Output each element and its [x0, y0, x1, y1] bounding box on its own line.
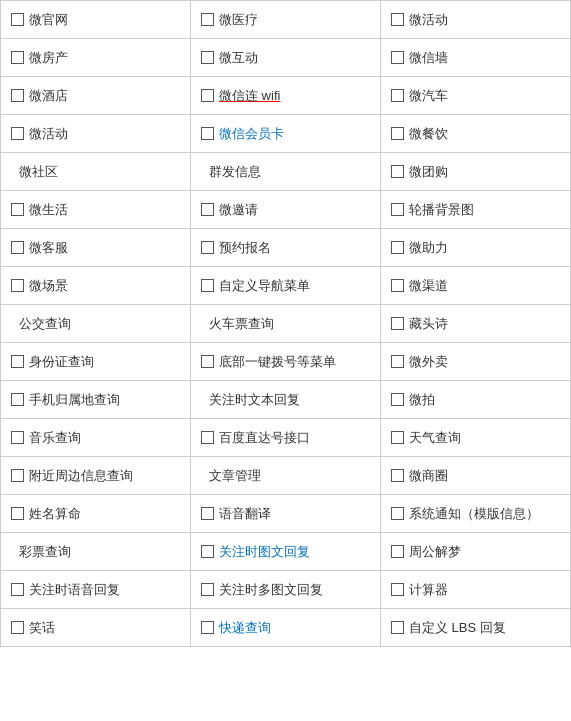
checkbox-icon[interactable] — [391, 89, 404, 102]
checkbox-icon[interactable] — [11, 279, 24, 292]
checkbox-icon[interactable] — [11, 89, 24, 102]
table-row: 微官网 — [1, 1, 191, 39]
checkbox-icon[interactable] — [201, 89, 214, 102]
cell-label: 关注时语音回复 — [29, 581, 120, 599]
checkbox-icon[interactable] — [11, 203, 24, 216]
cell-label: 轮播背景图 — [409, 201, 474, 219]
checkbox-icon[interactable] — [201, 431, 214, 444]
checkbox-icon[interactable] — [201, 13, 214, 26]
table-row: 附近周边信息查询 — [1, 457, 191, 495]
table-row: 公交查询 — [1, 305, 191, 343]
checkbox-icon[interactable] — [391, 583, 404, 596]
checkbox-icon[interactable] — [11, 469, 24, 482]
cell-label: 音乐查询 — [29, 429, 81, 447]
checkbox-icon[interactable] — [391, 127, 404, 140]
checkbox-icon[interactable] — [201, 583, 214, 596]
cell-label: 彩票查询 — [19, 543, 71, 561]
checkbox-icon[interactable] — [391, 203, 404, 216]
checkbox-icon[interactable] — [11, 621, 24, 634]
table-row: 轮播背景图 — [381, 191, 571, 229]
cell-label: 微团购 — [409, 163, 448, 181]
cell-label: 微官网 — [29, 11, 68, 29]
checkbox-icon[interactable] — [11, 51, 24, 64]
cell-label: 火车票查询 — [209, 315, 274, 333]
cell-label: 身份证查询 — [29, 353, 94, 371]
checkbox-icon[interactable] — [201, 621, 214, 634]
checkbox-icon[interactable] — [11, 13, 24, 26]
table-row: 音乐查询 — [1, 419, 191, 457]
table-row: 关注时文本回复 — [191, 381, 381, 419]
checkbox-icon[interactable] — [11, 431, 24, 444]
checkbox-icon[interactable] — [201, 241, 214, 254]
checkbox-icon[interactable] — [391, 317, 404, 330]
checkbox-icon[interactable] — [391, 393, 404, 406]
table-row: 关注时多图文回复 — [191, 571, 381, 609]
table-row: 微场景 — [1, 267, 191, 305]
checkbox-icon[interactable] — [201, 279, 214, 292]
table-row: 微医疗 — [191, 1, 381, 39]
checkbox-icon[interactable] — [11, 583, 24, 596]
cell-label: 微活动 — [409, 11, 448, 29]
checkbox-icon[interactable] — [391, 241, 404, 254]
cell-label: 微信会员卡 — [219, 125, 284, 143]
table-row: 微信会员卡 — [191, 115, 381, 153]
table-row: 彩票查询 — [1, 533, 191, 571]
table-row: 微信墙 — [381, 39, 571, 77]
checkbox-icon[interactable] — [391, 51, 404, 64]
table-row: 百度直达号接口 — [191, 419, 381, 457]
checkbox-icon[interactable] — [391, 507, 404, 520]
cell-label: 文章管理 — [209, 467, 261, 485]
checkbox-icon[interactable] — [201, 203, 214, 216]
cell-label: 姓名算命 — [29, 505, 81, 523]
checkbox-icon[interactable] — [11, 393, 24, 406]
cell-label: 微房产 — [29, 49, 68, 67]
cell-label: 自定义导航菜单 — [219, 277, 310, 295]
checkbox-icon[interactable] — [11, 355, 24, 368]
checkbox-icon[interactable] — [201, 51, 214, 64]
cell-label: 关注时文本回复 — [209, 391, 300, 409]
checkbox-icon[interactable] — [391, 13, 404, 26]
table-row: 关注时语音回复 — [1, 571, 191, 609]
checkbox-icon[interactable] — [391, 165, 404, 178]
table-row: 手机归属地查询 — [1, 381, 191, 419]
cell-label: 微活动 — [29, 125, 68, 143]
table-row: 微房产 — [1, 39, 191, 77]
table-row: 微生活 — [1, 191, 191, 229]
checkbox-icon[interactable] — [201, 545, 214, 558]
cell-label: 微场景 — [29, 277, 68, 295]
cell-label: 微商圈 — [409, 467, 448, 485]
checkbox-icon[interactable] — [11, 241, 24, 254]
checkbox-icon[interactable] — [391, 431, 404, 444]
table-row: 关注时图文回复 — [191, 533, 381, 571]
table-row: 天气查询 — [381, 419, 571, 457]
cell-label: 微邀请 — [219, 201, 258, 219]
checkbox-icon[interactable] — [11, 127, 24, 140]
checkbox-icon[interactable] — [201, 507, 214, 520]
table-row: 藏头诗 — [381, 305, 571, 343]
checkbox-icon[interactable] — [391, 621, 404, 634]
table-row: 姓名算命 — [1, 495, 191, 533]
cell-label: 微医疗 — [219, 11, 258, 29]
cell-label: 笑话 — [29, 619, 55, 637]
cell-label: 微拍 — [409, 391, 435, 409]
table-row: 火车票查询 — [191, 305, 381, 343]
checkbox-icon[interactable] — [391, 279, 404, 292]
table-row: 笑话 — [1, 609, 191, 647]
cell-label: 快递查询 — [219, 619, 271, 637]
checkbox-icon[interactable] — [201, 127, 214, 140]
cell-label: 群发信息 — [209, 163, 261, 181]
table-row: 自定义 LBS 回复 — [381, 609, 571, 647]
main-grid: 微官网微医疗微活动微房产微互动微信墙微酒店微信连 wifi微汽车微活动微信会员卡… — [0, 0, 571, 647]
checkbox-icon[interactable] — [11, 507, 24, 520]
table-row: 系统通知（模版信息） — [381, 495, 571, 533]
checkbox-icon[interactable] — [391, 469, 404, 482]
cell-label: 计算器 — [409, 581, 448, 599]
cell-label: 周公解梦 — [409, 543, 461, 561]
table-row: 微助力 — [381, 229, 571, 267]
table-row: 文章管理 — [191, 457, 381, 495]
checkbox-icon[interactable] — [391, 545, 404, 558]
cell-label: 微酒店 — [29, 87, 68, 105]
checkbox-icon[interactable] — [391, 355, 404, 368]
checkbox-icon[interactable] — [201, 355, 214, 368]
table-row: 微团购 — [381, 153, 571, 191]
